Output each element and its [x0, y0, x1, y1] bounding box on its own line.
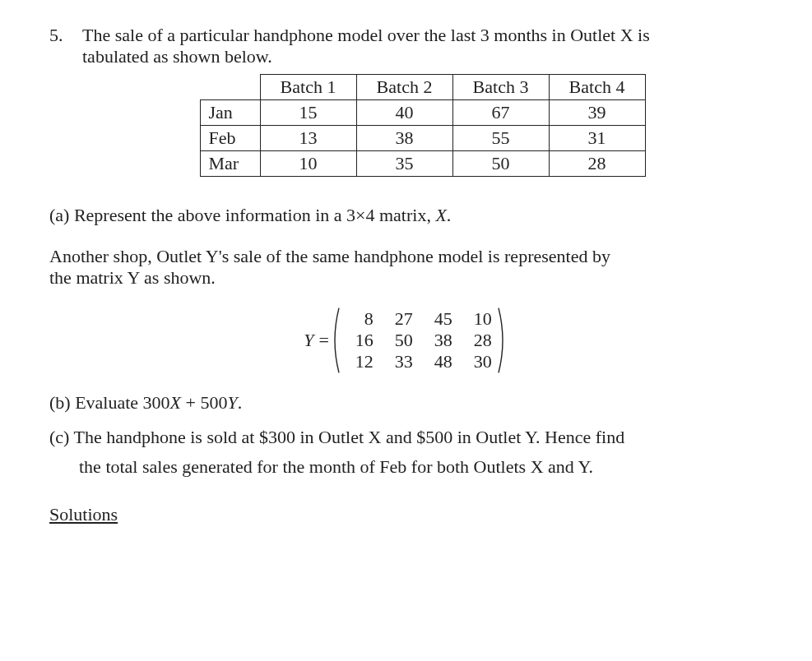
matrix-cell: 10 [464, 308, 492, 330]
expr-500: 500 [200, 392, 227, 413]
part-c: (c) The handphone is sold at $300 in Out… [49, 427, 763, 478]
table-cell: 55 [452, 126, 549, 151]
between-line-1: Another shop, Outlet Y's sale of the sam… [49, 246, 763, 267]
part-b-suffix: . [238, 392, 243, 413]
matrix-cell: 12 [346, 351, 374, 372]
table-col-header: Batch 1 [260, 75, 356, 100]
table-cell: 13 [260, 126, 356, 151]
matrix-equals: = [318, 330, 328, 351]
matrix-cell: 28 [464, 330, 492, 351]
left-paren-icon [329, 307, 341, 374]
table-cell: 35 [356, 151, 452, 177]
part-b-prefix: (b) Evaluate [49, 392, 143, 413]
between-line-2: the matrix Y as shown. [49, 267, 763, 289]
table-col-header: Batch 4 [549, 75, 645, 100]
matrix-body: 8 27 45 10 16 50 38 28 12 33 48 30 [329, 307, 508, 374]
matrix-y-label: Y [304, 330, 313, 351]
matrix-row: 16 50 38 28 [346, 330, 492, 351]
table-row-label: Mar [200, 151, 260, 177]
table-row: Jan 15 40 67 39 [200, 100, 645, 126]
table-cell: 28 [549, 151, 645, 177]
matrix-cell: 27 [385, 308, 413, 330]
intro-line-2: tabulated as shown below. [82, 46, 763, 67]
table-cell: 38 [356, 126, 452, 151]
matrix-cell: 45 [425, 308, 452, 330]
table-cell: 39 [549, 100, 645, 126]
expr-300: 300 [143, 392, 170, 413]
part-a: (a) Represent the above information in a… [49, 205, 763, 226]
matrix-cell: 30 [464, 351, 492, 372]
matrix-cell: 48 [425, 351, 452, 372]
table-cell: 10 [260, 151, 356, 177]
part-a-prefix: (a) Represent the above information in a [49, 205, 346, 225]
part-a-var-x: X [435, 205, 446, 225]
table-cell: 67 [452, 100, 549, 126]
part-a-dims: 3×4 [346, 205, 374, 225]
question-body: The sale of a particular handphone model… [82, 25, 763, 177]
matrix-y-display: Y = 8 27 45 10 16 50 38 28 12 33 48 30 [49, 307, 763, 374]
table-col-header: Batch 3 [452, 75, 549, 100]
part-c-line-1: (c) The handphone is sold at $300 in Out… [49, 427, 763, 448]
matrix-cell: 50 [385, 330, 413, 351]
matrix-cell: 33 [385, 351, 413, 372]
question-number: 5. [49, 25, 82, 177]
table-header-row: Batch 1 Batch 2 Batch 3 Batch 4 [200, 75, 645, 100]
part-a-mid: matrix, [374, 205, 435, 225]
right-paren-icon [497, 307, 508, 374]
sales-table: Batch 1 Batch 2 Batch 3 Batch 4 Jan 15 4… [200, 74, 646, 177]
table-row: Feb 13 38 55 31 [200, 126, 645, 151]
matrix-row: 12 33 48 30 [346, 351, 492, 372]
table-row-label: Jan [200, 100, 260, 126]
part-c-line-2: the total sales generated for the month … [49, 456, 763, 478]
table-cell: 40 [356, 100, 452, 126]
table-col-header: Batch 2 [356, 75, 452, 100]
table-row-label: Feb [200, 126, 260, 151]
part-a-suffix: . [447, 205, 452, 225]
part-b: (b) Evaluate 300X + 500Y. [49, 392, 763, 414]
between-text: Another shop, Outlet Y's sale of the sam… [49, 246, 763, 289]
table-corner-empty [200, 75, 260, 100]
table-cell: 31 [549, 126, 645, 151]
intro-line-1: The sale of a particular handphone model… [82, 25, 763, 46]
matrix-rows: 8 27 45 10 16 50 38 28 12 33 48 30 [341, 307, 497, 374]
table-cell: 15 [260, 100, 356, 126]
expr-y: Y [227, 392, 237, 413]
matrix-cell: 16 [346, 330, 374, 351]
matrix-cell: 8 [346, 308, 374, 330]
table-row: Mar 10 35 50 28 [200, 151, 645, 177]
expr-x: X [170, 392, 181, 413]
table-cell: 50 [452, 151, 549, 177]
expr-plus: + [181, 392, 200, 413]
matrix-cell: 38 [425, 330, 452, 351]
solutions-heading: Solutions [49, 504, 763, 525]
question-block: 5. The sale of a particular handphone mo… [49, 25, 763, 177]
matrix-row: 8 27 45 10 [346, 308, 492, 330]
